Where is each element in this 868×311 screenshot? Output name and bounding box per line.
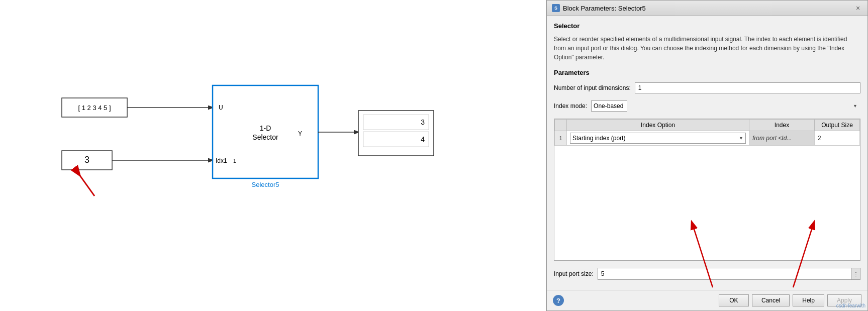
index-value-cell: from port <Id... <box>749 131 815 146</box>
col-header-output-size: Output Size <box>815 120 860 131</box>
block-parameters-dialog: S Block Parameters: Selector5 × Selector… <box>546 0 868 311</box>
input-port-size-input[interactable] <box>598 268 851 279</box>
index-mode-row: Index mode: One-based Zero-based <box>554 100 860 112</box>
output-row1 <box>363 115 429 130</box>
index-mode-select[interactable]: One-based Zero-based <box>591 100 627 112</box>
index-option-cell: Starting index (port) Index (dialog) Sta… <box>567 131 749 146</box>
index-table-body: 1 Starting index (port) Index (dialog) S… <box>555 131 860 146</box>
dialog-footer: ? OK Cancel Help Apply <box>547 290 867 310</box>
output-val1: 3 <box>421 118 425 126</box>
input-port-size-row: Input port size: ⋮ <box>554 268 860 280</box>
selector-port-idx-sub: 1 <box>233 158 236 164</box>
help-icon[interactable]: ? <box>553 295 564 306</box>
diagram-canvas: [ 1 2 3 4 5 ] 3 1-D Selector U Y Idx1 1 … <box>0 0 546 311</box>
col-header-num <box>555 120 567 131</box>
input-scalar-label: 3 <box>84 155 89 165</box>
num-dimensions-label: Number of input dimensions: <box>554 84 631 91</box>
index-option-select-wrapper: Starting index (port) Index (dialog) Sta… <box>570 133 746 144</box>
output-row2 <box>363 132 429 147</box>
row-number: 1 <box>555 131 567 146</box>
titlebar-left: S Block Parameters: Selector5 <box>552 4 646 12</box>
help-button[interactable]: Help <box>793 294 824 306</box>
input-vector-label: [ 1 2 3 4 5 ] <box>78 104 111 112</box>
index-mode-label: Index mode: <box>554 102 587 110</box>
num-dimensions-row: Number of input dimensions: <box>554 82 860 93</box>
index-table: Index Option Index Output Size 1 Startin… <box>554 119 860 146</box>
selector-port-y: Y <box>298 130 302 137</box>
output-val2: 4 <box>421 135 425 143</box>
cancel-button[interactable]: Cancel <box>752 294 790 306</box>
table-row: 1 Starting index (port) Index (dialog) S… <box>555 131 860 146</box>
watermark: csdn·learwith <box>836 303 865 308</box>
dialog-titlebar: S Block Parameters: Selector5 × <box>547 1 867 16</box>
block-type-name: Selector <box>554 22 860 30</box>
input-port-size-wrapper: ⋮ <box>598 268 860 280</box>
diagram-panel: [ 1 2 3 4 5 ] 3 1-D Selector U Y Idx1 1 … <box>0 0 546 311</box>
dialog-body: Selector Select or reorder specified ele… <box>547 16 867 290</box>
close-button[interactable]: × <box>853 4 862 13</box>
selector-block-label: Selector5 <box>252 181 279 188</box>
input-port-size-label: Input port size: <box>554 270 594 277</box>
port-size-menu-btn[interactable]: ⋮ <box>851 268 860 279</box>
col-header-index-option: Index Option <box>567 120 749 131</box>
col-header-index: Index <box>749 120 815 131</box>
index-option-select[interactable]: Starting index (port) Index (dialog) Sta… <box>570 133 746 144</box>
output-size-cell: 2 <box>815 131 860 146</box>
ok-button[interactable]: OK <box>719 294 749 306</box>
selector-port-idx: Idx1 <box>216 157 227 164</box>
selector-title-selector: Selector <box>252 133 278 141</box>
red-arrow-scalar <box>79 175 94 196</box>
index-mode-select-wrapper: One-based Zero-based <box>591 100 860 112</box>
index-table-head: Index Option Index Output Size <box>555 120 860 131</box>
footer-area: ? OK Cancel Help Apply csdn·learwith <box>547 290 867 310</box>
num-dimensions-input[interactable] <box>635 82 860 93</box>
block-description: Select or reorder specified elements of … <box>554 35 860 62</box>
index-table-container: Index Option Index Output Size 1 Startin… <box>554 119 860 261</box>
selector-title-1d: 1-D <box>260 124 271 132</box>
params-section-label: Parameters <box>554 69 860 76</box>
index-table-header-row: Index Option Index Output Size <box>555 120 860 131</box>
dialog-title: Block Parameters: Selector5 <box>563 5 646 12</box>
dialog-icon: S <box>552 4 560 12</box>
selector-port-u: U <box>219 104 223 111</box>
